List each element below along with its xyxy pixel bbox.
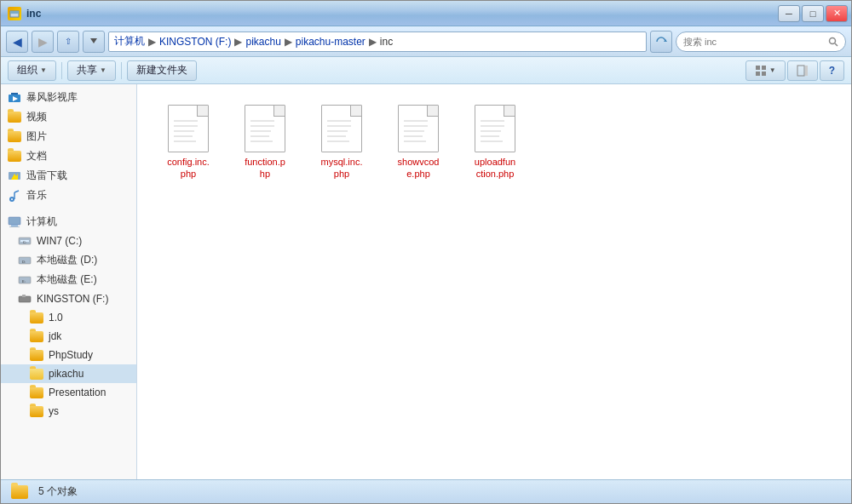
svg-rect-9: [762, 72, 766, 76]
sidebar-label: PhpStudy: [49, 349, 93, 361]
sidebar-item-ys[interactable]: ys: [1, 402, 136, 421]
file-item[interactable]: mysql.inc. php: [308, 101, 376, 184]
thunder-icon: [8, 169, 21, 183]
preview-pane-button[interactable]: [787, 60, 818, 81]
new-folder-button[interactable]: 新建文件夹: [127, 60, 197, 81]
file-item[interactable]: uploadfun ction.php: [461, 101, 529, 184]
view-buttons: ▼ ?: [746, 60, 844, 81]
sidebar-item-f-drive[interactable]: KINGSTON (F:): [1, 289, 136, 308]
file-name: function.p hp: [245, 156, 285, 180]
sidebar-item-bofeng[interactable]: 暴风影视库: [1, 88, 136, 107]
minimize-button[interactable]: ─: [778, 5, 800, 22]
sidebar-item-video[interactable]: 视频: [1, 107, 136, 127]
path-folder1[interactable]: pikachu: [245, 36, 280, 48]
help-button[interactable]: ?: [820, 60, 844, 81]
file-item[interactable]: showvcod e.php: [384, 101, 452, 184]
file-lines-icon: [399, 106, 440, 153]
sidebar-item-phpstudy[interactable]: PhpStudy: [1, 346, 136, 364]
svg-rect-21: [9, 217, 20, 225]
file-name: mysql.inc. php: [321, 156, 363, 180]
file-item[interactable]: config.inc. php: [154, 101, 222, 184]
sidebar-label: WIN7 (C:): [37, 235, 82, 247]
file-icon: [475, 105, 515, 152]
path-drive[interactable]: KINGSTON (F:): [159, 36, 231, 48]
toolbar-separator-2: [121, 62, 122, 79]
folder-1.0-icon: [30, 311, 43, 324]
sidebar-item-presentation[interactable]: Presentation: [1, 383, 136, 402]
svg-rect-13: [11, 93, 18, 94]
docs-icon: [8, 150, 21, 163]
sidebar-item-d-drive[interactable]: D: 本地磁盘 (D:): [1, 250, 136, 270]
svg-rect-23: [9, 226, 20, 227]
path-sep-2: ▶: [234, 36, 242, 48]
share-button[interactable]: 共享 ▼: [67, 60, 116, 81]
svg-point-18: [11, 198, 13, 200]
toolbar-separator-1: [61, 62, 62, 79]
nav-dropdown-button[interactable]: [83, 31, 105, 53]
sidebar-item-c-drive[interactable]: C: WIN7 (C:): [1, 232, 136, 250]
music-icon: [8, 189, 21, 203]
sidebar-item-music[interactable]: 音乐: [1, 186, 136, 205]
title-bar: inc ─ □ ✕: [1, 1, 851, 26]
sidebar-label: jdk: [49, 330, 61, 342]
status-folder-icon: [11, 485, 28, 499]
address-path[interactable]: 计算机 ▶ KINGSTON (F:) ▶ pikachu ▶ pikachu-…: [108, 32, 647, 52]
svg-marker-2: [90, 38, 97, 43]
organize-button[interactable]: 组织 ▼: [8, 60, 56, 81]
organize-dropdown-icon: ▼: [40, 66, 47, 74]
file-icon: [245, 105, 285, 152]
sidebar-label: KINGSTON (F:): [37, 293, 108, 305]
pictures-icon: [8, 130, 21, 144]
folder-presentation-icon: [30, 386, 43, 399]
path-sep-4: ▶: [369, 36, 377, 48]
svg-rect-1: [10, 11, 19, 14]
preview-icon: [797, 65, 809, 77]
svg-point-4: [830, 37, 836, 43]
svg-rect-6: [756, 66, 760, 70]
file-lines-icon: [245, 106, 286, 153]
svg-rect-32: [22, 295, 26, 297]
back-button[interactable]: ◀: [6, 31, 28, 53]
sidebar-item-pictures[interactable]: 图片: [1, 127, 136, 146]
svg-line-20: [14, 191, 19, 192]
view-toggle-button[interactable]: ▼: [746, 60, 786, 81]
refresh-button[interactable]: [650, 31, 672, 53]
up-button[interactable]: ⇧: [57, 31, 79, 53]
c-drive-icon: C:: [18, 234, 32, 248]
title-bar-left: inc: [8, 7, 41, 20]
folder-jdk-icon: [30, 329, 43, 343]
sidebar-item-jdk[interactable]: jdk: [1, 327, 136, 346]
sidebar-item-pikachu[interactable]: pikachu: [1, 364, 136, 383]
window-controls: ─ □ ✕: [778, 5, 848, 22]
forward-button[interactable]: ▶: [32, 31, 54, 53]
sidebar-label: Presentation: [49, 387, 106, 398]
sidebar-item-thunder[interactable]: 迅雷下载: [1, 166, 136, 186]
path-sep-1: ▶: [148, 36, 156, 48]
sidebar-label: 图片: [26, 129, 47, 144]
status-count: 5 个对象: [38, 484, 78, 499]
close-button[interactable]: ✕: [826, 5, 848, 22]
file-name: uploadfun ction.php: [475, 156, 515, 180]
folder-phpstudy-icon: [30, 348, 43, 362]
window-icon: [8, 7, 21, 20]
search-box[interactable]: [676, 32, 846, 52]
view-dropdown-icon: ▼: [769, 66, 776, 74]
address-bar: ◀ ▶ ⇧ 计算机 ▶ KINGSTON (F:) ▶ pikachu ▶ pi…: [1, 26, 851, 57]
path-computer[interactable]: 计算机: [114, 34, 145, 49]
sidebar-item-1.0[interactable]: 1.0: [1, 308, 136, 327]
maximize-button[interactable]: □: [802, 5, 824, 22]
sidebar-item-docs[interactable]: 文档: [1, 146, 136, 166]
path-folder3[interactable]: inc: [380, 36, 393, 48]
file-lines-icon: [322, 106, 363, 153]
file-icon: [168, 105, 209, 152]
bofeng-icon: [8, 91, 21, 105]
sidebar-item-e-drive[interactable]: E: 本地磁盘 (E:): [1, 270, 136, 289]
search-input[interactable]: [683, 37, 825, 47]
file-lines-icon: [475, 106, 516, 153]
file-item[interactable]: function.p hp: [231, 101, 299, 184]
sidebar-label: 文档: [26, 149, 47, 163]
sidebar-item-computer[interactable]: 计算机: [1, 212, 136, 232]
svg-rect-22: [11, 225, 18, 226]
path-folder2[interactable]: pikachu-master: [296, 36, 366, 48]
svg-text:C:: C:: [23, 240, 26, 244]
